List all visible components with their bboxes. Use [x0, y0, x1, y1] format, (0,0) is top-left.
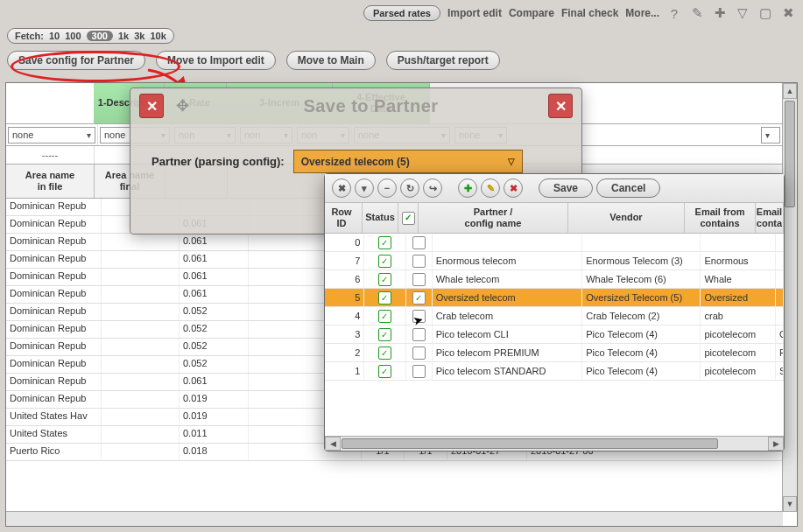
filter-col1-select[interactable]: none [8, 127, 95, 144]
tab-compare[interactable]: Compare [509, 7, 554, 19]
picker-col-partner[interactable]: Partner / config name [419, 203, 568, 233]
cell-select[interactable] [406, 344, 433, 361]
cell-status[interactable]: ✓ [364, 307, 405, 325]
cell-status[interactable]: ✓ [364, 362, 405, 380]
tab-more[interactable]: More... [625, 7, 659, 19]
close-icon[interactable]: ✖ [780, 5, 796, 21]
picker-minus-button[interactable]: − [377, 178, 397, 198]
partner-config-dropdown[interactable]: Oversized telecom (5) ▽ [293, 150, 523, 173]
edit-icon[interactable]: ✎ [689, 5, 705, 21]
row-checkbox[interactable] [412, 328, 426, 341]
cell-area: Dominican Repub [6, 251, 102, 268]
row-checkbox[interactable]: ✓ [412, 291, 426, 304]
cell-select[interactable] [406, 362, 433, 380]
picker-edit-button[interactable]: ✎ [481, 178, 500, 198]
picker-hscroll[interactable]: ◀ ▶ [325, 436, 784, 451]
move-main-button[interactable]: Move to Main [286, 51, 376, 70]
picker-row[interactable]: 0✓ [325, 234, 784, 252]
picker-col-checkbox[interactable]: ✓ [398, 203, 419, 233]
picker-scroll-thumb[interactable] [342, 438, 718, 449]
cell-status[interactable]: ✓ [364, 252, 405, 270]
picker-row[interactable]: 6✓Whale telecomWhale Telecom (6)Whale [325, 270, 784, 289]
picker-row[interactable]: 1✓Pico telecom STANDARDPico Telecom (4)p… [325, 362, 784, 381]
picker-close-button[interactable]: ✖ [332, 178, 351, 198]
row-checkbox[interactable] [412, 346, 426, 360]
cell-select[interactable]: ✓ [406, 289, 433, 306]
scroll-down-arrow-icon[interactable]: ▼ [783, 496, 797, 512]
cell-status[interactable]: ✓ [364, 289, 405, 306]
picker-filter-button[interactable]: ▾ [355, 178, 374, 198]
row-checkbox[interactable] [412, 273, 426, 286]
picker-cancel-button[interactable]: Cancel [596, 178, 660, 198]
status-checkbox-icon[interactable]: ✓ [378, 273, 391, 286]
sub-header-area-file[interactable]: Area name in file [6, 164, 95, 198]
status-checkbox-icon[interactable]: ✓ [378, 291, 391, 304]
picker-redo-button[interactable]: ↪ [423, 178, 442, 198]
fetch-opt-100[interactable]: 100 [65, 31, 81, 41]
maximize-icon[interactable]: ▢ [757, 5, 773, 21]
row-checkbox[interactable] [412, 255, 426, 268]
dialog-move-icon[interactable]: ✥ [171, 94, 194, 117]
picker-add-button[interactable]: ✚ [458, 178, 477, 198]
status-checkbox-icon[interactable]: ✓ [378, 236, 391, 249]
picker-col-rowid[interactable]: Row ID [325, 203, 363, 233]
status-checkbox-icon[interactable]: ✓ [378, 365, 391, 378]
horizontal-scrollbar[interactable] [6, 511, 783, 526]
fetch-opt-10[interactable]: 10 [49, 31, 60, 41]
cell-email: picotelecom [701, 326, 776, 343]
scroll-up-arrow-icon[interactable]: ▲ [783, 83, 797, 99]
collapse-icon[interactable]: ▽ [735, 5, 750, 21]
help-icon[interactable]: ? [666, 5, 682, 21]
cell-area-final [102, 426, 180, 443]
cell-area: Dominican Repub [6, 391, 102, 408]
picker-body[interactable]: 0✓7✓Enormous telecomEnormous Telecom (3)… [325, 234, 784, 436]
save-config-button[interactable]: Save config for Partner [7, 51, 145, 70]
dialog-close-button-2[interactable]: ✕ [548, 94, 573, 118]
scroll-right-arrow-icon[interactable]: ▶ [768, 437, 784, 451]
picker-delete-button[interactable]: ✖ [504, 178, 523, 198]
filter-end-dd[interactable] [761, 127, 780, 144]
cell-select[interactable] [406, 326, 433, 343]
tab-import-edit[interactable]: Import edit [447, 7, 502, 19]
row-checkbox[interactable] [412, 365, 426, 378]
fetch-opt-300[interactable]: 300 [87, 31, 113, 41]
status-checkbox-icon[interactable]: ✓ [378, 328, 391, 341]
cell-select[interactable] [406, 307, 433, 325]
cell-select[interactable] [406, 252, 433, 270]
status-checkbox-icon[interactable]: ✓ [378, 255, 391, 268]
fetch-opt-1k[interactable]: 1k [118, 31, 129, 41]
picker-row[interactable]: 5✓✓Oversized telecomOversized Telecom (5… [325, 289, 784, 307]
picker-reload-button[interactable]: ↻ [400, 178, 419, 198]
cell-status[interactable]: ✓ [364, 270, 405, 288]
scroll-thumb[interactable] [785, 101, 795, 207]
add-icon[interactable]: ✚ [712, 5, 728, 21]
fetch-opt-10k[interactable]: 10k [150, 31, 166, 41]
picker-row[interactable]: 2✓Pico telecom PREMIUMPico Telecom (4)pi… [325, 344, 784, 362]
picker-save-button[interactable]: Save [539, 178, 593, 198]
cell-select[interactable] [406, 270, 433, 288]
cell-select[interactable] [406, 234, 433, 251]
picker-col-email2[interactable]: Email conta [756, 203, 784, 233]
cell-status[interactable]: ✓ [364, 344, 405, 361]
scroll-left-arrow-icon[interactable]: ◀ [325, 437, 341, 451]
partner-config-label: Partner (parsing config): [151, 155, 285, 168]
picker-row[interactable]: 4✓Crab telecomCrab Telecom (2)crab [325, 307, 784, 326]
picker-col-email[interactable]: Email from contains [685, 203, 756, 233]
picker-col-vendor[interactable]: Vendor [568, 203, 685, 233]
dialog-close-button[interactable]: ✕ [139, 94, 164, 118]
move-import-button[interactable]: Move to Import edit [156, 51, 276, 70]
header-checkbox[interactable]: ✓ [402, 212, 415, 225]
cell-status[interactable]: ✓ [364, 234, 405, 251]
row-checkbox[interactable] [412, 236, 426, 249]
picker-row[interactable]: 7✓Enormous telecomEnormous Telecom (3)En… [325, 252, 784, 270]
row-checkbox[interactable] [412, 310, 426, 323]
cell-status[interactable]: ✓ [364, 326, 405, 343]
tab-parsed-rates[interactable]: Parsed rates [363, 5, 440, 21]
tab-final-check[interactable]: Final check [561, 7, 618, 19]
push-report-button[interactable]: Push/target report [386, 51, 500, 70]
picker-col-status[interactable]: Status [363, 203, 398, 233]
status-checkbox-icon[interactable]: ✓ [378, 310, 391, 323]
fetch-opt-3k[interactable]: 3k [134, 31, 144, 41]
status-checkbox-icon[interactable]: ✓ [378, 346, 391, 360]
picker-row[interactable]: 3✓Pico telecom CLIPico Telecom (4)picote… [325, 326, 784, 344]
